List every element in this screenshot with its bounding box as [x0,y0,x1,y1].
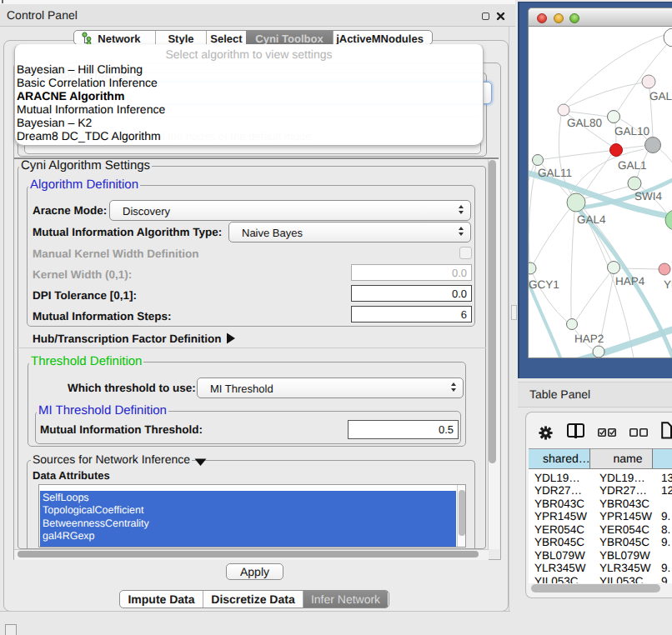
svg-text:GAL10: GAL10 [614,125,649,138]
svg-text:GAL11: GAL11 [538,167,572,179]
svg-text:GAL2: GAL2 [649,90,672,102]
svg-text:GAL80: GAL80 [567,117,602,129]
svg-text:HAP4: HAP4 [615,275,645,288]
svg-text:GAL1: GAL1 [618,159,647,172]
svg-text:GCY1: GCY1 [529,278,559,291]
svg-text:YM: YM [664,278,672,291]
svg-text:SWI4: SWI4 [634,190,662,202]
svg-text:GAL4: GAL4 [577,213,606,226]
svg-text:HAP2: HAP2 [574,332,604,345]
